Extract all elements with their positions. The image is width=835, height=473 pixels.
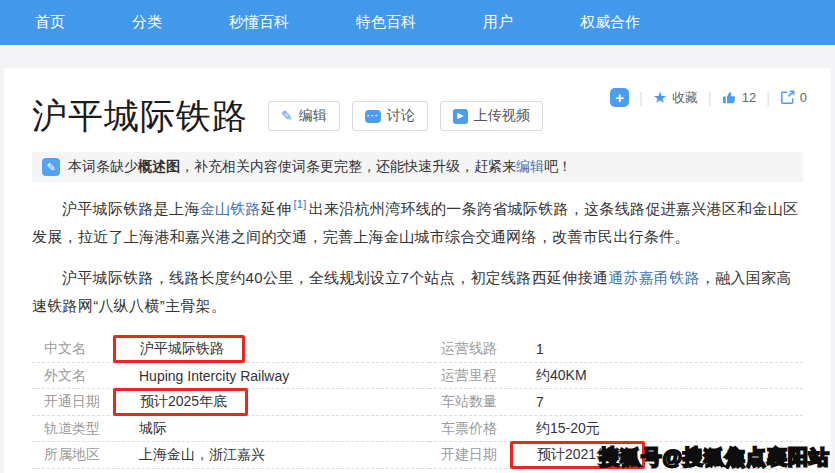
info-row-ticket-price: 车票价格 约15-20元: [429, 416, 803, 443]
share-button[interactable]: 0: [780, 90, 807, 105]
speech-bubble-icon: ···: [365, 110, 381, 123]
page-title: 沪平城际铁路: [32, 96, 248, 136]
info-row-region: 所属地区 上海金山，浙江嘉兴: [32, 442, 429, 469]
nav-item-authority-coop[interactable]: 权威合作: [580, 13, 640, 32]
highlight-box: 沪平城际铁路: [113, 335, 245, 363]
share-icon: [780, 90, 795, 105]
upload-video-button[interactable]: ▶ 上传视频: [440, 101, 543, 131]
summary-paragraph-1: 沪平城际铁路是上海金山铁路延伸[1]出来沿杭州湾环线的一条跨省城际铁路，这条线路…: [32, 195, 803, 251]
info-row-lines: 运营线路 1: [429, 336, 803, 363]
discuss-button-label: 讨论: [387, 107, 415, 125]
nav-item-category[interactable]: 分类: [132, 13, 162, 32]
nav-item-tese-baike[interactable]: 特色百科: [356, 13, 416, 32]
play-icon: ▶: [453, 109, 468, 124]
info-row-station-count: 车站数量 7: [429, 389, 803, 416]
jinshan-railway-link[interactable]: 金山铁路: [200, 200, 261, 217]
reference-1-link[interactable]: [1]: [294, 198, 307, 210]
notice-text: 本词条缺少概述图，补充相关内容使词条更完整，还能快速升级，赶紧来编辑吧！: [68, 158, 572, 176]
add-icon[interactable]: +: [610, 88, 629, 107]
star-icon: ★: [653, 90, 667, 106]
divider: |: [766, 90, 770, 106]
collect-button[interactable]: ★ 收藏: [653, 89, 698, 107]
nav-item-user[interactable]: 用户: [483, 13, 513, 32]
sohu-watermark: 搜狐号@搜狐焦点襄阳站: [599, 444, 830, 471]
pencil-icon: ✎: [281, 109, 293, 123]
info-column-left: 中文名 沪平城际铁路 外文名 Huping Intercity Railway …: [32, 336, 429, 469]
collect-label: 收藏: [672, 89, 698, 107]
like-count: 12: [742, 90, 756, 105]
info-row-track-type: 轨道类型 城际: [32, 416, 429, 443]
info-row-foreign-name: 外文名 Huping Intercity Railway: [32, 363, 429, 390]
top-navbar: 首页 分类 秒懂百科 特色百科 用户 权威合作: [0, 0, 835, 45]
pencil-icon: ✎: [42, 158, 60, 176]
like-button[interactable]: 12: [722, 90, 756, 105]
highlight-box: 预计2025年底: [113, 388, 248, 416]
title-buttons: ✎ 编辑 ··· 讨论 ▶ 上传视频: [268, 101, 543, 131]
summary-paragraph-2: 沪平城际铁路，线路长度约40公里，全线规划设立7个站点，初定线路西延伸接通通苏嘉…: [32, 264, 803, 320]
info-row-chinese-name: 中文名 沪平城际铁路: [32, 336, 429, 363]
notice-edit-link[interactable]: 编辑: [516, 158, 544, 174]
missing-overview-notice: ✎ 本词条缺少概述图，补充相关内容使词条更完整，还能快速升级，赶紧来编辑吧！: [32, 152, 803, 182]
thumb-up-icon: [722, 90, 737, 105]
tongsujiayong-railway-link[interactable]: 通苏嘉甬铁路: [608, 269, 700, 286]
entry-actions: + | ★ 收藏 | 12 | 0: [610, 88, 807, 107]
nav-item-miaodong-baike[interactable]: 秒懂百科: [229, 13, 289, 32]
info-row-mileage: 运营里程 约40KM: [429, 363, 803, 390]
edit-button-label: 编辑: [299, 107, 327, 125]
divider: |: [639, 90, 643, 106]
baike-page: { "navbar": { "items": ["首页", "分类", "秒懂百…: [0, 0, 835, 473]
edit-button[interactable]: ✎ 编辑: [268, 101, 340, 131]
info-row-open-date: 开通日期 预计2025年底: [32, 389, 429, 416]
discuss-button[interactable]: ··· 讨论: [352, 101, 428, 131]
entry-card: + | ★ 收藏 | 12 | 0 沪平城际铁路 ✎ 编辑: [4, 68, 831, 473]
upload-button-label: 上传视频: [474, 107, 530, 125]
nav-item-home[interactable]: 首页: [35, 13, 65, 32]
share-count: 0: [800, 90, 807, 105]
divider: |: [708, 90, 712, 106]
